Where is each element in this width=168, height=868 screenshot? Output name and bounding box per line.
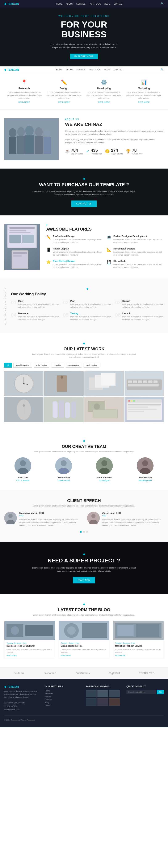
features-label: ◆: [46, 224, 164, 226]
sec-nav-home[interactable]: Home: [56, 68, 62, 71]
sec-nav-about[interactable]: About: [66, 68, 73, 71]
svg-rect-48: [44, 397, 83, 422]
features-detail-section: ◆ AWESOME FEATURES ✏️ Professional Desig…: [0, 215, 168, 278]
sec-nav-portfolio[interactable]: Portfolio: [89, 68, 101, 71]
feature-card-pixel-title: Pixel Perfect Design: [53, 260, 103, 262]
team-description: Lorem ipsum dolor sit amet consectetur a…: [32, 450, 136, 453]
work-item-5[interactable]: [4, 397, 43, 422]
footer-thumb-1: [86, 690, 97, 698]
policy-design-title: Design: [123, 300, 164, 302]
team-name-3: Mike Johnson: [86, 476, 123, 479]
nav-blog[interactable]: Blog: [104, 3, 110, 5]
work-filter-bar: All Graphic Design Print Design Branding…: [4, 363, 164, 368]
sec-nav-contact[interactable]: Contact: [113, 68, 124, 71]
footer-link-service[interactable]: Service: [45, 696, 79, 698]
svg-rect-63: [128, 404, 161, 405]
blog-readmore-1[interactable]: READ MORE: [6, 655, 53, 657]
svg-point-83: [91, 514, 96, 518]
testimonials-grid: Macarena Martin, CEO CEO Lorem ipsum dol…: [4, 512, 164, 527]
svg-rect-65: [128, 409, 157, 410]
stat-coffee: ☕ 784 Cup Of Coffee: [65, 148, 83, 155]
secondary-logo[interactable]: ◆ TEMCON: [4, 68, 19, 71]
filter-branding[interactable]: Branding: [51, 363, 64, 368]
svg-rect-14: [9, 230, 26, 231]
filter-web[interactable]: Web Design: [83, 363, 99, 368]
footer-link-portfolio[interactable]: Portfolio: [45, 699, 79, 701]
coffee-icon: ☕: [65, 149, 70, 154]
client-avatar-1: [4, 512, 17, 524]
nav-home[interactable]: Home: [56, 3, 62, 5]
blog-content-1: Tuesday • Business • 5 pm Business Trend…: [4, 640, 55, 659]
svg-point-74: [101, 460, 107, 466]
work-item-8[interactable]: [125, 397, 164, 422]
blog-text-3: Lorem ipsum dolor sit amet consectetur a…: [115, 648, 162, 653]
dot-1[interactable]: [80, 531, 82, 533]
feature-design-readmore[interactable]: READ MORE: [46, 101, 82, 103]
secondary-nav-links: Home About Service Portfolio Blog Contac…: [56, 68, 124, 71]
policy-launch-desc: Duis aute irure dolor in reprehenderit i…: [123, 315, 164, 321]
nav-portfolio[interactable]: Portfolio: [89, 3, 101, 5]
svg-rect-52: [71, 401, 76, 418]
policy-develope-title: Develope: [18, 312, 60, 315]
team-grid: John Doe CEO & Founder Jane Smith Creati…: [4, 457, 164, 482]
sec-nav-service[interactable]: Service: [76, 68, 86, 71]
svg-rect-66: [128, 411, 144, 412]
filter-graphic[interactable]: Graphic Design: [13, 363, 32, 368]
work-item-3[interactable]: [85, 371, 124, 396]
svg-rect-4: [17, 136, 25, 154]
subscribe-button[interactable]: GO: [157, 690, 164, 694]
policy-develope-desc: Duis aute irure dolor in reprehenderit i…: [18, 315, 60, 321]
filter-all[interactable]: All: [4, 363, 12, 368]
policy-testing: 05 Testing Duis aute irure dolor in repr…: [63, 312, 112, 321]
feature-card-perfect: 💻 Perfect Design & Development Lorem ips…: [107, 235, 164, 244]
feature-card-retina-title: Retina Display: [53, 247, 103, 250]
device-image: [4, 224, 40, 270]
blog-readmore-2[interactable]: READ MORE: [61, 655, 107, 657]
work-item-1[interactable]: [4, 371, 43, 396]
dot-2[interactable]: [83, 531, 85, 533]
pixel-icon: ⭐: [46, 260, 51, 269]
feature-developing-readmore[interactable]: READ MORE: [86, 101, 122, 103]
dot-3[interactable]: [86, 531, 88, 533]
footer-link-home[interactable]: Home: [45, 690, 79, 692]
team-avatar-2: [55, 457, 72, 474]
feature-card-clean-title: Clean Code: [113, 260, 164, 262]
work-item-6[interactable]: [44, 397, 83, 422]
footer-link-about[interactable]: About Us: [45, 693, 79, 695]
team-header: ◆ OUR CREATIVE TEAM Lorem ipsum dolor si…: [4, 439, 164, 453]
work-item-4[interactable]: [125, 371, 164, 396]
subscribe-input[interactable]: [126, 690, 156, 694]
policy-meet-num: 01: [11, 300, 16, 306]
secondary-search-icon[interactable]: 🔍: [161, 68, 164, 71]
footer-col-about: ◆ TEMCON Lorem ipsum dolor sit amet cons…: [4, 685, 39, 711]
filter-print[interactable]: Print Design: [34, 363, 49, 368]
latest-work-desc: Lorem ipsum dolor sit amet consectetur a…: [32, 353, 136, 359]
footer-link-contact[interactable]: Contact: [45, 705, 79, 707]
feature-marketing-readmore[interactable]: READ MORE: [126, 101, 162, 103]
footer-col-contact: QUICK CONTACT GO: [126, 685, 164, 711]
footer-bottom: © 2024 Temcon. All Rights Reserved.: [4, 715, 164, 721]
site-logo[interactable]: ◆ TEMCON: [4, 2, 19, 5]
explore-button[interactable]: EXPLORE MORE: [70, 54, 98, 59]
work-item-2[interactable]: [44, 371, 83, 396]
feature-research-readmore[interactable]: READ MORE: [6, 101, 42, 103]
super-project-button[interactable]: Start Now: [73, 577, 95, 583]
footer-link-blog[interactable]: Blog: [45, 702, 79, 704]
policy-title: Our Working Policy: [11, 292, 164, 296]
filter-apps[interactable]: Apps Design: [66, 363, 82, 368]
feature-card-pixel-desc: Lorem ipsum dolor sit amet consectetur a…: [53, 263, 103, 269]
trophy-icon: 🏆: [126, 149, 131, 154]
footer-email: info@temcon.com: [4, 708, 39, 711]
cta-button[interactable]: CONTACT US: [71, 200, 97, 207]
retina-icon: 📱: [46, 247, 51, 256]
nav-service[interactable]: Service: [76, 3, 86, 5]
team-avatar-1: [14, 457, 31, 474]
blog-post-title-1: Business Trend Consultancy: [6, 645, 53, 647]
work-item-7[interactable]: [85, 397, 124, 422]
cta-section: ◆ WANT TO PURCHASE OUR TEMPLATE ? Lorem …: [0, 168, 168, 216]
nav-contact[interactable]: Contact: [113, 3, 124, 5]
sec-nav-blog[interactable]: Blog: [104, 68, 110, 71]
nav-about[interactable]: About: [66, 3, 73, 5]
blog-readmore-3[interactable]: READ MORE: [115, 655, 162, 657]
search-icon[interactable]: 🔍: [161, 2, 164, 5]
